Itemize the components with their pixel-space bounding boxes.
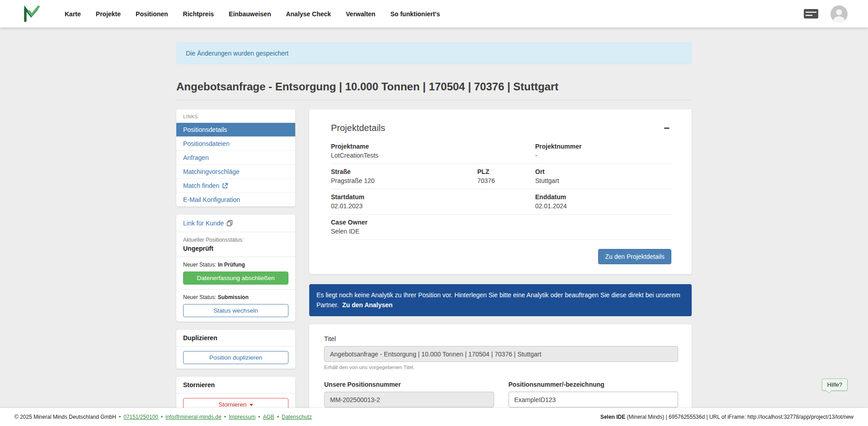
- sidebar-item-matchingvorschlaege[interactable]: Matchingvorschläge: [176, 164, 295, 178]
- customer-link[interactable]: Link für Kunde: [183, 220, 233, 227]
- cancel-title: Stornieren: [176, 377, 295, 393]
- nav-item-karte[interactable]: Karte: [65, 10, 81, 18]
- new-status-line: Neuer Status: Submission: [183, 294, 288, 300]
- field-value: -: [535, 152, 668, 159]
- brand-logo-icon: [22, 5, 40, 23]
- field-ort: Ort Stuttgart: [535, 164, 671, 189]
- field-value: Pragstraße 120: [331, 177, 474, 184]
- new-status-line: Neuer Status: In Prüfung: [183, 262, 288, 268]
- logo[interactable]: [22, 5, 40, 23]
- customer-link-label: Link für Kunde: [183, 220, 224, 227]
- main-nav: Karte Projekte Positionen Richtpreis Ein…: [65, 10, 440, 18]
- sidebar: LINKS Positionsdetails Positionsdateien …: [176, 109, 295, 416]
- sidebar-item-email-konfiguration[interactable]: E-Mail Konfiguration: [176, 192, 295, 206]
- links-header: LINKS: [176, 109, 295, 122]
- separator-dot: •: [258, 414, 260, 420]
- phone-link[interactable]: 07151/250100: [123, 414, 158, 420]
- status-card: Link für Kunde Aktueller Positionsstatus…: [176, 215, 295, 322]
- datenschutz-link[interactable]: Datenschutz: [282, 414, 312, 420]
- current-status-label: Aktueller Positionsstatus:: [183, 237, 288, 243]
- project-button-row: Zu den Projektdetails: [331, 249, 671, 264]
- sidebar-item-label: Match finden: [183, 182, 219, 189]
- navbar-right: [803, 5, 848, 23]
- project-details-grid: Projektname LotCreationTests Projektnumm…: [331, 139, 671, 240]
- field-label: Projektname: [331, 143, 532, 150]
- copyright-text: © 2025 Mineral Minds Deutschland GmbH: [14, 414, 116, 420]
- field-value: Stuttgart: [535, 177, 668, 184]
- positionsnummer-input: [324, 392, 494, 407]
- nav-item-verwalten[interactable]: Verwalten: [346, 10, 375, 18]
- duplicate-position-button[interactable]: Position duplizieren: [183, 351, 288, 364]
- field-label: Projektnummer: [535, 143, 668, 150]
- new-status-value: Submission: [218, 294, 249, 300]
- email-link[interactable]: info@mineral-minds.de: [165, 414, 222, 420]
- avatar[interactable]: [830, 5, 848, 23]
- switch-status-button[interactable]: Status wechseln: [183, 304, 288, 317]
- top-navbar: Karte Projekte Positionen Richtpreis Ein…: [0, 0, 868, 28]
- field-value: Selen IDE: [331, 228, 668, 235]
- field-projektname: Projektname LotCreationTests: [331, 139, 535, 164]
- field-value: 70376: [477, 177, 532, 184]
- separator-dot: •: [224, 414, 226, 420]
- nav-item-projekte[interactable]: Projekte: [96, 10, 121, 18]
- field-enddatum: Enddatum 02.01.2024: [535, 189, 671, 215]
- success-alert-text: Die Änderungen wurden gespeichert: [186, 50, 288, 57]
- new-status-prefix: Neuer Status:: [183, 262, 216, 268]
- field-label: Case Owner: [331, 219, 668, 226]
- sidebar-item-label: Positionsdateien: [183, 140, 230, 147]
- field-case-owner: Case Owner Selen IDE: [331, 215, 671, 240]
- footer-left: © 2025 Mineral Minds Deutschland GmbH • …: [14, 414, 312, 420]
- copy-icon: [226, 220, 233, 226]
- nav-item-richtpreis[interactable]: Richtpreis: [183, 10, 214, 18]
- main-column: Projektdetails − Projektname LotCreation…: [309, 109, 692, 426]
- nav-item-so-funktionierts[interactable]: So funktioniert's: [390, 10, 440, 18]
- sidebar-item-label: Positionsdetails: [183, 126, 227, 133]
- server-button[interactable]: [803, 9, 819, 19]
- sidebar-item-anfragen[interactable]: Anfragen: [176, 150, 295, 164]
- project-details-link-button[interactable]: Zu den Projektdetails: [598, 249, 671, 264]
- new-status-submission-block: Neuer Status: Submission Status wechseln: [176, 290, 295, 322]
- sidebar-item-positionsdateien[interactable]: Positionsdateien: [176, 136, 295, 150]
- current-status-block: Aktueller Positionsstatus: Ungeprüft: [176, 232, 295, 257]
- field-label: Ort: [535, 168, 668, 175]
- field-value: 02.01.2024: [535, 202, 668, 210]
- positionsnummer-label: Unsere Positionsnummer: [324, 381, 494, 388]
- caret-down-icon: [250, 404, 253, 406]
- analytics-link[interactable]: Zu den Analysen: [342, 301, 393, 309]
- title-divider: [176, 100, 692, 100]
- sidebar-item-positionsdetails[interactable]: Positionsdetails: [176, 122, 295, 136]
- footer-right: Selen IDE (Mineral Minds) | 69576255536d…: [600, 414, 854, 420]
- current-status-value: Ungeprüft: [183, 245, 288, 252]
- field-label: Straße: [331, 168, 474, 175]
- field-label: Startdatum: [331, 193, 532, 201]
- field-projektnummer: Projektnummer -: [535, 139, 671, 164]
- nav-item-analyse-check[interactable]: Analyse Check: [286, 10, 331, 18]
- main-content: Die Änderungen wurden gespeichert Angebo…: [176, 42, 692, 426]
- sidebar-item-label: E-Mail Konfiguration: [183, 196, 240, 203]
- duplicate-card: Duplizieren Position duplizieren: [176, 330, 295, 369]
- new-status-pruefung-block: Neuer Status: In Prüfung Datenerfassung …: [176, 257, 295, 290]
- separator-dot: •: [277, 414, 279, 420]
- field-value: LotCreationTests: [331, 152, 532, 159]
- field-label: PLZ: [477, 168, 532, 175]
- nav-item-einbauweisen[interactable]: Einbauweisen: [229, 10, 271, 18]
- help-button[interactable]: Hilfe?: [822, 379, 848, 391]
- footer-session-info: (Mineral Minds) | 69576255536d | URL of …: [625, 414, 854, 420]
- page-title: Angebotsanfrage - Entsorgung | 10.000 To…: [176, 80, 692, 93]
- agb-link[interactable]: AGB: [263, 414, 274, 420]
- footer-user: Selen IDE: [600, 414, 625, 420]
- collapse-button[interactable]: −: [662, 123, 671, 133]
- impressum-link[interactable]: Impressum: [229, 414, 255, 420]
- bezeichnung-input[interactable]: [509, 392, 679, 407]
- sidebar-item-label: Matchingvorschläge: [183, 168, 240, 175]
- footer: © 2025 Mineral Minds Deutschland GmbH • …: [0, 408, 868, 426]
- project-details-header: Projektdetails −: [331, 123, 671, 133]
- sidebar-item-label: Anfragen: [183, 154, 209, 161]
- nav-item-positionen[interactable]: Positionen: [136, 10, 168, 18]
- titel-label: Titel: [324, 335, 678, 342]
- success-alert: Die Änderungen wurden gespeichert: [176, 42, 692, 64]
- field-label: Enddatum: [535, 193, 668, 201]
- complete-data-entry-button[interactable]: Datenerfassung abschließen: [183, 272, 288, 285]
- separator-dot: •: [161, 414, 163, 420]
- sidebar-item-match-finden[interactable]: Match finden: [176, 178, 295, 192]
